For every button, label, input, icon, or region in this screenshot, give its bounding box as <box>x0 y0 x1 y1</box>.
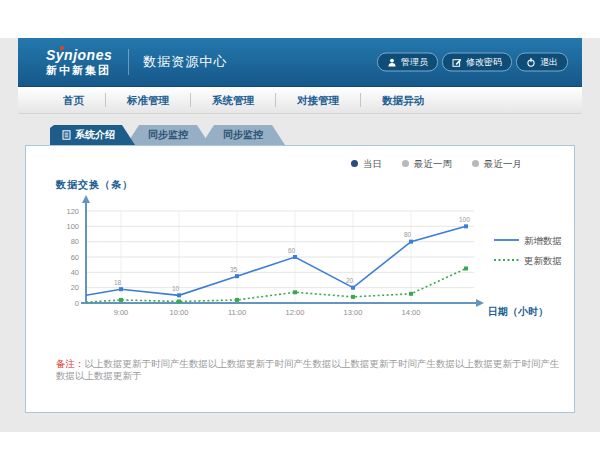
page-background: { "header": { "logo_name": "Synjones", "… <box>0 0 600 450</box>
time-filter-group: 当日最近一周最近一月 <box>26 159 522 169</box>
logout-label: 退出 <box>540 56 558 69</box>
svg-text:0: 0 <box>75 298 79 307</box>
radio-icon <box>351 160 358 167</box>
svg-text:13:00: 13:00 <box>344 308 363 317</box>
svg-text:9:00: 9:00 <box>114 308 129 317</box>
svg-text:10:00: 10:00 <box>170 308 189 317</box>
site-background: Synjones 新中新集团 数据资源中心 管理员 修改密码 退出 首页标准 <box>0 38 600 432</box>
radio-icon <box>472 160 479 167</box>
svg-text:18: 18 <box>114 278 122 285</box>
edit-icon <box>452 57 462 67</box>
svg-text:60: 60 <box>288 246 296 253</box>
svg-text:日期（小时）: 日期（小时） <box>488 306 548 317</box>
radio-label: 当日 <box>363 159 382 169</box>
tab-sync-monitor-2[interactable]: 同步监控 <box>201 125 285 145</box>
svg-text:更新数据: 更新数据 <box>524 254 562 265</box>
svg-text:60: 60 <box>71 252 79 261</box>
footnote: 备注：以上数据更新于时间产生数据以上数据更新于时间产生数据以上数据更新于时间产生… <box>56 358 574 383</box>
main-navbar: 首页标准管理系统管理对接管理数据异动 <box>18 87 582 114</box>
document-icon <box>62 130 71 140</box>
page-title: 数据资源中心 <box>128 49 227 75</box>
svg-text:14:00: 14:00 <box>402 308 421 317</box>
time-filter-option-0[interactable]: 当日 <box>351 159 382 169</box>
logo-name: Synjones <box>46 48 112 63</box>
time-filter-option-2[interactable]: 最近一月 <box>472 159 522 169</box>
radio-label: 最近一周 <box>414 159 452 169</box>
footnote-text: 以上数据更新于时间产生数据以上数据更新于时间产生数据以上数据更新于时间产生数据以… <box>56 358 560 381</box>
svg-text:80: 80 <box>71 237 79 246</box>
svg-text:120: 120 <box>66 206 79 215</box>
admin-user-button[interactable]: 管理员 <box>377 53 438 72</box>
line-chart: 0204060801001209:0010:0011:0012:0013:001… <box>26 194 571 326</box>
svg-text:11:00: 11:00 <box>228 308 246 317</box>
time-filter-option-1[interactable]: 最近一周 <box>402 159 452 169</box>
chart-panel: 当日最近一周最近一月 数据交换（条） 0204060801001209:0010… <box>25 145 575 413</box>
header-actions: 管理员 修改密码 退出 <box>377 53 568 72</box>
logo: Synjones 新中新集团 <box>46 48 112 75</box>
svg-text:40: 40 <box>71 267 79 276</box>
logo-subtitle: 新中新集团 <box>46 64 112 76</box>
tab-sync-monitor-1[interactable]: 同步监控 <box>126 125 210 145</box>
svg-text:80: 80 <box>404 231 412 238</box>
svg-text:新增数据: 新增数据 <box>524 234 562 245</box>
change-password-button[interactable]: 修改密码 <box>442 53 512 72</box>
tab-bar: 系统介绍同步监控同步监控 <box>50 125 582 145</box>
svg-text:20: 20 <box>346 277 354 284</box>
logout-button[interactable]: 退出 <box>516 53 568 72</box>
svg-text:100: 100 <box>459 215 470 222</box>
svg-text:35: 35 <box>230 265 238 272</box>
tab-system-intro[interactable]: 系统介绍 <box>50 125 135 145</box>
footnote-label: 备注： <box>56 358 85 369</box>
nav-item-system-management[interactable]: 系统管理 <box>190 93 275 108</box>
svg-text:12:00: 12:00 <box>286 308 305 317</box>
nav-item-data-change[interactable]: 数据异动 <box>360 93 445 108</box>
change-password-label: 修改密码 <box>466 56 502 69</box>
content-area: 系统介绍同步监控同步监控 当日最近一周最近一月 数据交换（条） 02040608… <box>18 114 582 413</box>
power-icon <box>526 57 536 67</box>
page: Synjones 新中新集团 数据资源中心 管理员 修改密码 退出 首页标准 <box>18 38 582 413</box>
radio-label: 最近一月 <box>484 159 522 169</box>
tab-label: 系统介绍 <box>75 128 115 142</box>
tab-label: 同步监控 <box>223 128 263 142</box>
person-icon <box>387 57 397 67</box>
svg-text:10: 10 <box>172 284 180 291</box>
nav-item-standard-management[interactable]: 标准管理 <box>105 93 190 108</box>
tab-label: 同步监控 <box>148 128 188 142</box>
nav-item-home[interactable]: 首页 <box>42 93 105 108</box>
y-axis-title: 数据交换（条） <box>56 178 574 192</box>
svg-text:20: 20 <box>71 283 79 292</box>
radio-icon <box>402 160 409 167</box>
app-header: Synjones 新中新集团 数据资源中心 管理员 修改密码 退出 <box>18 38 582 87</box>
nav-item-interface-management[interactable]: 对接管理 <box>275 93 360 108</box>
svg-text:100: 100 <box>66 221 79 230</box>
admin-user-label: 管理员 <box>401 56 428 69</box>
